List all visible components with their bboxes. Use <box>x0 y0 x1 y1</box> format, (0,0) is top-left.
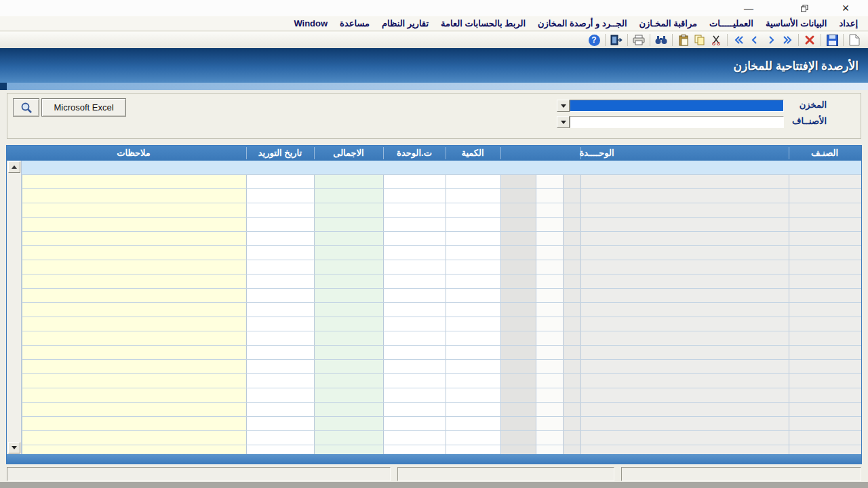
floppy-disk-icon <box>827 35 838 46</box>
new-document-icon <box>849 34 860 46</box>
scroll-up-button[interactable] <box>8 161 20 173</box>
nav-prev-button[interactable] <box>747 33 763 47</box>
items-label: الأصنــاف <box>792 116 827 126</box>
items-combo-field[interactable] <box>570 116 784 128</box>
cut-button[interactable] <box>708 33 724 47</box>
menu-basic-data[interactable]: البيانات الأساسية <box>760 16 833 30</box>
column-quantity[interactable] <box>446 161 500 454</box>
header-divider <box>789 147 789 159</box>
chevron-up-icon <box>12 165 17 169</box>
menu-window[interactable]: Window <box>288 16 334 30</box>
status-panel-right <box>621 467 861 481</box>
header-divider <box>446 147 446 159</box>
double-chevron-left-icon <box>733 35 745 45</box>
chevron-left-icon <box>749 35 760 45</box>
toolbar-separator <box>843 34 844 46</box>
toolbar-separator <box>650 34 650 46</box>
scroll-down-button[interactable] <box>8 442 20 453</box>
warehouse-combo-dropdown-button[interactable] <box>557 100 570 112</box>
grid-bottom-strip <box>7 454 861 464</box>
exit-button[interactable] <box>608 33 625 47</box>
restore-icon <box>801 5 808 12</box>
toolbar-separator <box>627 34 628 46</box>
banner-strip <box>0 83 868 90</box>
scissors-icon <box>711 35 722 45</box>
header-divider <box>383 147 384 159</box>
column-notes[interactable] <box>22 161 246 454</box>
menu-system-reports[interactable]: تقارير النظام <box>376 16 435 30</box>
column-total[interactable] <box>314 161 383 454</box>
opening-balances-grid: ملاحظات تاريخ التوريد الاجمالى ت.الوحدة … <box>7 146 861 464</box>
chevron-down-icon <box>561 121 566 124</box>
column-header-notes: ملاحظات <box>117 146 151 161</box>
copy-icon <box>694 35 705 45</box>
menu-setup[interactable]: إعداد <box>833 16 864 30</box>
grid-header: ملاحظات تاريخ التوريد الاجمالى ت.الوحدة … <box>7 146 861 161</box>
exit-icon <box>610 35 623 45</box>
column-header-supply-date: تاريخ التوريد <box>258 146 302 161</box>
selected-row[interactable] <box>22 161 861 175</box>
nav-last-button[interactable] <box>779 33 795 47</box>
printer-icon <box>633 35 645 45</box>
status-panel-middle <box>397 467 614 481</box>
close-button[interactable]: × <box>835 0 856 16</box>
column-unit-sub-b[interactable] <box>536 161 563 454</box>
magnifier-icon <box>20 102 33 114</box>
paste-icon <box>679 35 689 46</box>
search-button[interactable] <box>13 98 39 117</box>
save-button[interactable] <box>824 33 840 47</box>
menubar: إعداد البيانات الأساسية العمليـــــات مر… <box>0 16 868 31</box>
column-supply-date[interactable] <box>246 161 314 454</box>
status-panel-left <box>7 467 391 481</box>
warehouse-combo-field[interactable] <box>570 100 784 112</box>
column-unit-cost[interactable] <box>383 161 446 454</box>
excel-export-button[interactable]: Microsoft Excel <box>41 98 126 117</box>
column-item[interactable] <box>789 161 861 454</box>
help-icon: ? <box>589 35 600 46</box>
help-button[interactable]: ? <box>586 33 602 47</box>
column-header-item: الصنـف <box>811 146 838 161</box>
grid-body[interactable] <box>7 161 861 454</box>
menu-inventory-balances[interactable]: الجــرد و أرصدة المخازن <box>532 16 633 30</box>
column-header-unit-cost: ت.الوحدة <box>397 146 432 161</box>
banner-notch <box>0 83 7 90</box>
toolbar-separator <box>821 34 821 46</box>
warehouse-label: المخزن <box>800 100 827 110</box>
column-header-total: الاجمالى <box>333 146 363 161</box>
paste-button[interactable] <box>675 33 692 47</box>
column-unit-sub-a[interactable] <box>500 161 536 454</box>
nav-first-button[interactable] <box>730 33 747 47</box>
print-button[interactable] <box>631 33 647 47</box>
header-divider <box>246 147 247 159</box>
find-button[interactable] <box>653 33 669 47</box>
items-combo-dropdown-button[interactable] <box>557 116 570 128</box>
column-unit[interactable] <box>580 161 789 454</box>
new-button[interactable] <box>846 33 863 47</box>
chevron-down-icon <box>12 446 17 449</box>
menu-general-accounts-link[interactable]: الربط بالحسابات العامة <box>435 16 532 30</box>
chevron-down-icon <box>561 104 566 108</box>
toolbar-separator <box>605 34 606 46</box>
menu-warehouse-monitoring[interactable]: مراقبة المخـازن <box>633 16 704 30</box>
double-chevron-right-icon <box>782 35 793 45</box>
chevron-right-icon <box>766 35 776 45</box>
minimize-button[interactable]: — <box>738 0 760 16</box>
column-header-unit: الوحــــدة <box>579 146 614 161</box>
header-divider <box>580 147 581 159</box>
vertical-scrollbar[interactable] <box>7 161 22 454</box>
toolbar-separator <box>727 34 728 46</box>
restore-button[interactable] <box>793 0 815 16</box>
menu-operations[interactable]: العمليـــــات <box>703 16 760 30</box>
column-unit-sub-c[interactable] <box>563 161 580 454</box>
menu-help[interactable]: مساعدة <box>334 16 376 30</box>
copy-button[interactable] <box>692 33 708 47</box>
nav-next-button[interactable] <box>763 33 779 47</box>
toolbar-separator <box>798 34 799 46</box>
header-divider <box>314 147 315 159</box>
binoculars-icon <box>655 35 667 45</box>
titlebar: — × <box>0 0 868 16</box>
delete-button[interactable] <box>802 33 818 47</box>
red-x-icon <box>804 35 815 45</box>
title-banner: الأرصدة الإفتتاحية للمخازن <box>0 48 868 83</box>
page-title: الأرصدة الإفتتاحية للمخازن <box>733 58 859 73</box>
